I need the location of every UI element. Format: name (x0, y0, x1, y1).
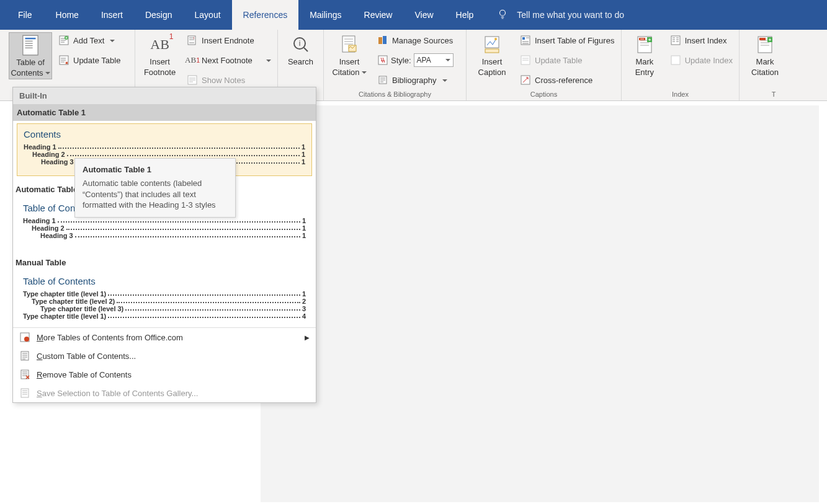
svg-rect-4 (25, 43, 33, 43)
insert-footnote-icon: AB1 (150, 35, 170, 55)
table-of-contents-button[interactable]: Table of Contents (9, 32, 52, 79)
svg-point-22 (494, 38, 497, 40)
insert-footnote-button[interactable]: AB1 Insert Footnote (139, 32, 181, 78)
tooltip-body: Automatic table contents (labeled “Conte… (83, 178, 228, 211)
svg-point-37 (24, 337, 29, 342)
insert-endnote-label: Insert Endnote (202, 36, 254, 45)
update-table-label: Update Table (73, 56, 120, 65)
show-notes-button[interactable]: Show Notes (184, 72, 274, 88)
search-button[interactable]: i Search (282, 32, 320, 68)
tab-design[interactable]: Design (134, 0, 184, 30)
cross-ref-label: Cross-reference (535, 76, 592, 85)
update-index-button[interactable]: Update Index (668, 52, 735, 68)
group-index: Mark Entry Insert Index Update Index Ind… (622, 30, 740, 100)
svg-text:i: i (298, 39, 300, 48)
man-line1-page: 1 (302, 290, 306, 298)
tab-help[interactable]: Help (445, 0, 485, 30)
update-tof-label: Update Table (535, 56, 582, 65)
citation-style-select[interactable]: APA (414, 53, 454, 67)
cross-reference-button[interactable]: Cross-reference (517, 72, 617, 88)
svg-rect-18 (383, 36, 387, 44)
tab-review[interactable]: Review (353, 0, 404, 30)
tooltip-title: Automatic Table 1 (83, 165, 228, 174)
show-notes-label: Show Notes (202, 76, 245, 85)
tab-insert[interactable]: Insert (90, 0, 134, 30)
svg-rect-2 (25, 38, 36, 39)
insert-caption-button[interactable]: Insert Caption (470, 32, 514, 78)
mark-citation-button[interactable]: Mark Citation (743, 32, 787, 78)
gallery-item-manual[interactable]: Table of Contents Type chapter title (le… (17, 271, 312, 322)
toc-dropdown: Built-In Automatic Table 1 Contents Head… (12, 87, 316, 403)
update-table-button[interactable]: Update Table (56, 52, 123, 68)
more-from-office-button[interactable]: More Tables of Contents from Office.com … (13, 328, 316, 347)
dropdown-footer: More Tables of Contents from Office.com … (13, 327, 316, 402)
style-label: Style: (391, 56, 411, 65)
tab-file[interactable]: File (6, 0, 45, 30)
tab-mailings[interactable]: Mailings (298, 0, 352, 30)
svg-rect-32 (671, 56, 680, 64)
tooltip: Automatic Table 1 Automatic table conten… (74, 158, 236, 218)
svg-text:i: i (194, 36, 194, 40)
mark-entry-button[interactable]: Mark Entry (625, 32, 664, 78)
dropdown-section-built-in: Built-In (13, 87, 316, 104)
add-text-button[interactable]: Add Text (56, 32, 123, 48)
search-icon: i (291, 35, 311, 55)
man-line1-name: Type chapter title (level 1) (23, 290, 106, 298)
office-icon (19, 332, 30, 343)
update-tof-button[interactable]: Update Table (517, 52, 617, 68)
save-selection-label: Save Selection to Table of Contents Gall… (37, 389, 198, 398)
more-office-label: More Tables of Contents from Office.com (37, 333, 183, 342)
add-text-label: Add Text (73, 36, 104, 45)
group-label-captions: Captions (467, 89, 621, 100)
insert-citation-button[interactable]: Insert Citation (328, 32, 371, 78)
tab-layout[interactable]: Layout (184, 0, 232, 30)
insert-index-label: Insert Index (685, 36, 727, 45)
mark-citation-label: Mark Citation (751, 57, 779, 78)
tab-home[interactable]: Home (45, 0, 90, 30)
group-label-toa: T (740, 89, 808, 100)
next-footnote-label: Next Footnote (202, 56, 253, 65)
tell-me-input[interactable] (517, 10, 678, 20)
toc-label: Table of Contents (11, 58, 50, 79)
insert-caption-label: Insert Caption (478, 57, 506, 78)
bibliography-button[interactable]: Bibliography (375, 72, 456, 88)
toc-icon (20, 35, 40, 55)
bibliography-label: Bibliography (392, 76, 437, 85)
insert-table-of-figures-button[interactable]: Insert Table of Figures (517, 32, 617, 48)
custom-toc-label: Custom Table of Contents... (37, 351, 136, 361)
svg-point-0 (500, 10, 506, 15)
remove-toc-button[interactable]: Remove Table of Contents (13, 365, 316, 384)
auto1-preview-title: Contents (24, 129, 305, 139)
insert-citation-icon (339, 35, 359, 55)
page-background (261, 105, 819, 502)
tab-references[interactable]: References (232, 0, 299, 30)
man-line4-page: 4 (302, 312, 306, 320)
auto1-line2-name: Heading 2 (32, 151, 65, 158)
insert-footnote-label: Insert Footnote (144, 57, 176, 78)
update-table-icon (58, 55, 69, 66)
insert-index-button[interactable]: Insert Index (668, 32, 735, 48)
tof-label: Insert Table of Figures (535, 36, 614, 45)
custom-toc-button[interactable]: Custom Table of Contents... (13, 347, 316, 365)
submenu-arrow-icon: ▶ (305, 334, 310, 341)
auto1-line3-name: Heading 3 (41, 158, 74, 166)
manage-sources-button[interactable]: Manage Sources (375, 32, 456, 48)
group-captions: Insert Caption Insert Table of Figures U… (467, 30, 622, 100)
mark-entry-label: Mark Entry (635, 57, 654, 78)
man-line2-page: 2 (302, 298, 306, 305)
search-label: Search (288, 57, 313, 68)
cross-ref-icon (520, 74, 531, 86)
auto2-line3-name: Heading 3 (40, 232, 73, 239)
svg-rect-23 (485, 49, 499, 53)
group-label-citations: Citations & Bibliography (324, 89, 466, 100)
auto1-line2-page: 1 (302, 151, 305, 158)
tab-view[interactable]: View (403, 0, 444, 30)
insert-index-icon (670, 35, 681, 46)
auto2-line1-page: 1 (302, 217, 306, 224)
insert-endnote-button[interactable]: i Insert Endnote (184, 32, 274, 48)
add-text-icon (58, 35, 69, 46)
svg-rect-25 (522, 37, 525, 40)
next-footnote-button[interactable]: AB1 Next Footnote (184, 52, 274, 68)
svg-rect-34 (759, 38, 766, 40)
tell-me[interactable] (497, 0, 678, 30)
